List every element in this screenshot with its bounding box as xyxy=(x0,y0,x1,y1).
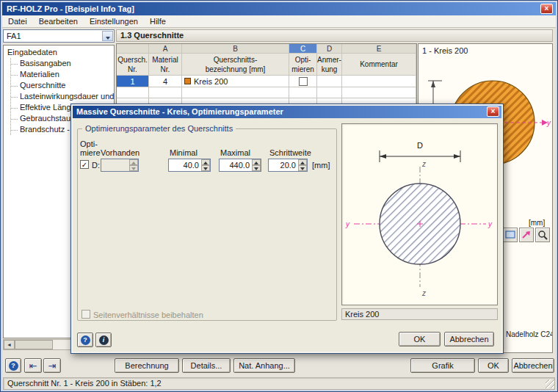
tree-item-querschnitte[interactable]: Querschnitte xyxy=(11,80,114,91)
dialog-help-button[interactable]: ? xyxy=(77,333,93,347)
axis-y-left-label: y xyxy=(345,220,350,228)
header-material-nr: Material Nr. xyxy=(149,54,182,76)
check-icon: ✓ xyxy=(81,161,87,169)
dialog-info-button[interactable]: i xyxy=(95,333,112,347)
optimiere-d-checkbox[interactable]: ✓ xyxy=(80,160,89,169)
minimal-value[interactable]: 40.0 xyxy=(169,159,200,171)
optimieren-checkbox[interactable] xyxy=(299,77,308,86)
berechnung-button[interactable]: Berechnung xyxy=(115,358,179,373)
optimieren-cell[interactable] xyxy=(289,76,317,87)
header-bezeichnung: Querschnitts- bezeichnung [mm] xyxy=(182,54,289,76)
case-combobox-value: FA1 xyxy=(7,32,21,40)
close-button[interactable]: × xyxy=(540,4,553,14)
tree-item-materialien[interactable]: Materialien xyxy=(11,69,114,80)
header-quersch-nr: Quersch. Nr. xyxy=(117,54,149,76)
zoom-icon xyxy=(537,230,548,240)
corner-letter-cell xyxy=(117,44,149,54)
table-row-1[interactable]: 1 4 Kreis 200 xyxy=(117,76,416,87)
graphic-pan-button[interactable] xyxy=(519,228,534,242)
schrittweite-value[interactable]: 20.0 xyxy=(269,159,297,171)
spin-down-icon xyxy=(129,165,138,171)
dialog-close-button[interactable]: × xyxy=(487,106,499,117)
table-row-empty[interactable] xyxy=(117,87,416,98)
help-button[interactable]: ? xyxy=(5,358,21,373)
param-d-label: D: xyxy=(92,161,100,170)
menu-hilfe[interactable]: Hilfe xyxy=(144,16,172,26)
menubar: Datei Bearbeiten Einstellungen Hilfe xyxy=(2,15,556,28)
spin-up-icon[interactable] xyxy=(201,159,210,165)
col-letter-a[interactable]: A xyxy=(149,44,182,54)
col-letter-d[interactable]: D xyxy=(317,44,342,54)
combo-dropdown-icon[interactable] xyxy=(102,31,113,41)
kommentar-cell[interactable] xyxy=(342,76,416,87)
preview-svg: D z z y y xyxy=(342,124,497,305)
spin-down-icon[interactable] xyxy=(298,165,307,171)
window-title: RF-HOLZ Pro - [Beispiel Info Tag] xyxy=(7,4,134,13)
maximal-spinner[interactable]: 440.0 xyxy=(219,159,261,172)
tree-item-lasteinwirkungsdauer[interactable]: Lasteinwirkungsdauer und Nutz xyxy=(11,91,114,102)
spin-up-icon xyxy=(129,159,138,165)
menu-bearbeiten[interactable]: Bearbeiten xyxy=(33,16,84,26)
nat-anhang-button[interactable]: Nat. Anhang... xyxy=(233,358,295,373)
preview-caption: Kreis 200 xyxy=(341,308,498,320)
col-letter-c-selected[interactable]: C xyxy=(289,44,317,54)
next-table-button[interactable]: ⇥ xyxy=(43,358,61,373)
main-abbrechen-button[interactable]: Abbrechen xyxy=(512,358,554,373)
unit-label: [mm] xyxy=(529,219,545,227)
main-ok-button[interactable]: OK xyxy=(478,358,509,373)
next-table-icon: ⇥ xyxy=(48,361,57,371)
col-letter-e[interactable]: E xyxy=(342,44,416,54)
vorhanden-spinner xyxy=(101,159,139,172)
spin-up-icon[interactable] xyxy=(252,159,261,165)
tree-root-eingabedaten[interactable]: Eingabedaten xyxy=(6,47,114,58)
dimension-d-label: D xyxy=(417,141,423,150)
dialog-titlebar[interactable]: Massive Querschnitte - Kreis, Optimierun… xyxy=(73,106,501,118)
previous-table-icon: ⇤ xyxy=(29,361,37,371)
case-combobox[interactable]: FA1 xyxy=(3,29,115,43)
spin-up-icon[interactable] xyxy=(298,159,307,165)
dialog-abbrechen-button[interactable]: Abbrechen xyxy=(444,332,494,346)
bezeichnung-text: Kreis 200 xyxy=(194,77,228,86)
schrittweite-spinner[interactable]: 20.0 xyxy=(268,159,308,172)
spin-down-icon[interactable] xyxy=(201,165,210,171)
graphic-zoom-button[interactable] xyxy=(535,228,550,242)
spin-down-icon[interactable] xyxy=(252,165,261,171)
scrollbar-thumb[interactable] xyxy=(15,340,53,349)
minimal-spinner[interactable]: 40.0 xyxy=(168,159,211,172)
dialog-close-icon: × xyxy=(491,107,496,115)
optimization-group-box xyxy=(77,128,337,321)
grafik-button[interactable]: Grafik xyxy=(410,358,475,373)
resize-grip[interactable] xyxy=(546,380,554,388)
tree-item-basisangaben[interactable]: Basisangaben xyxy=(11,58,114,69)
col-letter-b[interactable]: B xyxy=(182,44,289,54)
dialog-help-icon: ? xyxy=(81,335,90,345)
app-window: RF-HOLZ Pro - [Beispiel Info Tag] × Date… xyxy=(0,0,558,392)
titlebar[interactable]: RF-HOLZ Pro - [Beispiel Info Tag] × xyxy=(2,2,556,15)
anmerkung-cell[interactable] xyxy=(317,76,342,87)
vorhanden-label: Vorhanden xyxy=(101,148,140,157)
row-number-cell[interactable]: 1 xyxy=(117,76,149,87)
previous-table-button[interactable]: ⇤ xyxy=(24,358,42,373)
cross-section-preview: D z z y y xyxy=(341,123,498,305)
close-icon: × xyxy=(545,4,549,12)
menu-datei[interactable]: Datei xyxy=(2,16,33,26)
vorhanden-value xyxy=(101,159,128,171)
optimiere-label: Opti- miere xyxy=(80,139,101,157)
dialog-info-icon: i xyxy=(99,335,109,345)
material-nr-cell[interactable]: 4 xyxy=(149,76,182,87)
dialog-ok-button[interactable]: OK xyxy=(399,332,441,346)
keep-ratio-label: Seitenverhältnisse beibehalten xyxy=(93,311,203,319)
maximal-value[interactable]: 440.0 xyxy=(220,159,251,171)
maximal-label: Maximal xyxy=(220,148,250,157)
keep-ratio-checkbox xyxy=(81,310,90,319)
axis-z-bottom-label: z xyxy=(421,289,426,297)
column-letters-row: A B C D E xyxy=(117,44,416,54)
scroll-left-icon[interactable]: ◄ xyxy=(4,340,15,349)
axis-y-right-label: y xyxy=(488,220,493,228)
graphic-display-button[interactable] xyxy=(503,228,518,242)
menu-einstellungen[interactable]: Einstellungen xyxy=(84,16,144,26)
bezeichnung-cell[interactable]: Kreis 200 xyxy=(182,76,289,87)
details-button[interactable]: Details... xyxy=(182,358,231,373)
dialog-title: Massive Querschnitte - Kreis, Optimierun… xyxy=(76,107,283,116)
axis-z-top-label: z xyxy=(421,160,426,168)
